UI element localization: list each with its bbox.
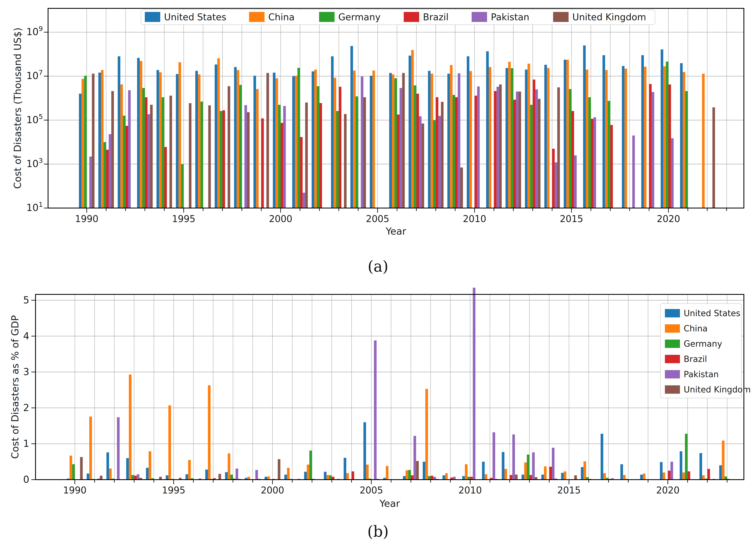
bar bbox=[159, 477, 162, 480]
bar bbox=[79, 94, 81, 208]
bar bbox=[255, 470, 258, 480]
legend-swatch-brazil bbox=[404, 12, 419, 22]
bar bbox=[525, 70, 527, 208]
bar bbox=[489, 67, 491, 208]
x-tick-label: 1990 bbox=[63, 485, 87, 496]
bar bbox=[712, 107, 715, 208]
bar bbox=[370, 76, 372, 208]
bar bbox=[522, 475, 524, 480]
bar bbox=[101, 70, 103, 208]
bar bbox=[261, 118, 264, 208]
bar bbox=[247, 112, 249, 208]
bar bbox=[142, 88, 145, 208]
bar bbox=[724, 477, 727, 480]
bar bbox=[275, 78, 278, 208]
bar bbox=[239, 85, 242, 208]
bar bbox=[324, 472, 327, 480]
bar bbox=[208, 105, 211, 208]
bar bbox=[309, 451, 312, 480]
legend-label: United Kingdom bbox=[684, 385, 751, 394]
bar bbox=[400, 88, 402, 208]
bar bbox=[137, 474, 139, 480]
legend-swatch-brazil bbox=[665, 355, 680, 363]
bar bbox=[632, 135, 635, 208]
bar bbox=[394, 78, 397, 208]
bar bbox=[555, 162, 557, 208]
legend-swatch-united-states bbox=[145, 12, 160, 22]
bar bbox=[443, 475, 445, 480]
bar bbox=[441, 102, 443, 208]
bar bbox=[510, 475, 512, 480]
bar bbox=[512, 435, 515, 480]
bar bbox=[411, 475, 414, 480]
bar bbox=[303, 193, 305, 208]
bar bbox=[98, 73, 101, 208]
bar bbox=[530, 105, 533, 208]
bar bbox=[283, 106, 286, 208]
legend-label: Brazil bbox=[684, 354, 707, 364]
bar bbox=[84, 76, 87, 208]
y-tick-label: 1 bbox=[23, 438, 29, 449]
legend-swatch-china bbox=[249, 12, 265, 22]
caption-b: (b) bbox=[0, 523, 756, 540]
bar bbox=[319, 103, 322, 208]
bar bbox=[485, 474, 487, 480]
legend-label: China bbox=[268, 12, 295, 22]
bar bbox=[336, 111, 339, 208]
bar bbox=[284, 475, 287, 480]
bar bbox=[137, 58, 140, 208]
bar bbox=[230, 475, 233, 480]
x-tick-label: 2000 bbox=[261, 485, 284, 496]
bar bbox=[518, 92, 521, 208]
bar bbox=[641, 55, 644, 208]
bar bbox=[445, 473, 448, 480]
x-tick-label: 2000 bbox=[269, 213, 292, 224]
bar bbox=[419, 116, 421, 208]
bar bbox=[223, 110, 225, 208]
legend-swatch-germany bbox=[665, 340, 680, 348]
bar bbox=[416, 461, 419, 480]
bar bbox=[273, 73, 275, 208]
bar bbox=[722, 441, 725, 480]
bar bbox=[247, 477, 250, 480]
legend-label: Germany bbox=[338, 12, 381, 22]
y-tick-label: 2 bbox=[23, 402, 29, 413]
bar bbox=[583, 45, 586, 208]
bar bbox=[178, 62, 181, 208]
bar bbox=[334, 78, 336, 208]
bar bbox=[366, 465, 369, 480]
bar bbox=[462, 476, 465, 480]
bar bbox=[552, 448, 555, 480]
x-tick-label: 2015 bbox=[560, 213, 583, 224]
legend-swatch-united-kingdom bbox=[553, 12, 569, 22]
bar bbox=[106, 453, 109, 480]
bar bbox=[455, 97, 458, 208]
bar bbox=[87, 474, 89, 480]
bar bbox=[486, 51, 489, 208]
bar bbox=[123, 116, 125, 208]
bar bbox=[409, 56, 411, 208]
bar bbox=[544, 467, 547, 480]
bar bbox=[458, 73, 460, 208]
bar bbox=[150, 105, 153, 208]
bar bbox=[149, 451, 151, 480]
bar bbox=[72, 464, 75, 480]
legend-label: United Kingdom bbox=[572, 12, 646, 22]
bar bbox=[157, 70, 159, 208]
bar bbox=[392, 74, 394, 208]
bar bbox=[92, 74, 94, 208]
bar bbox=[297, 68, 300, 208]
bar bbox=[533, 80, 535, 208]
bar bbox=[350, 46, 353, 208]
bar bbox=[436, 97, 438, 208]
legend-label: Pakistan bbox=[491, 12, 529, 22]
bar bbox=[668, 471, 671, 480]
bar bbox=[666, 62, 668, 208]
bar bbox=[447, 74, 450, 208]
bar bbox=[159, 72, 162, 208]
bar bbox=[89, 157, 92, 208]
bar bbox=[225, 472, 228, 480]
bar bbox=[528, 64, 530, 208]
x-axis-title: Year bbox=[386, 225, 406, 237]
y-axis-title-b: Cost of Disasters as % of GDP bbox=[9, 315, 21, 459]
